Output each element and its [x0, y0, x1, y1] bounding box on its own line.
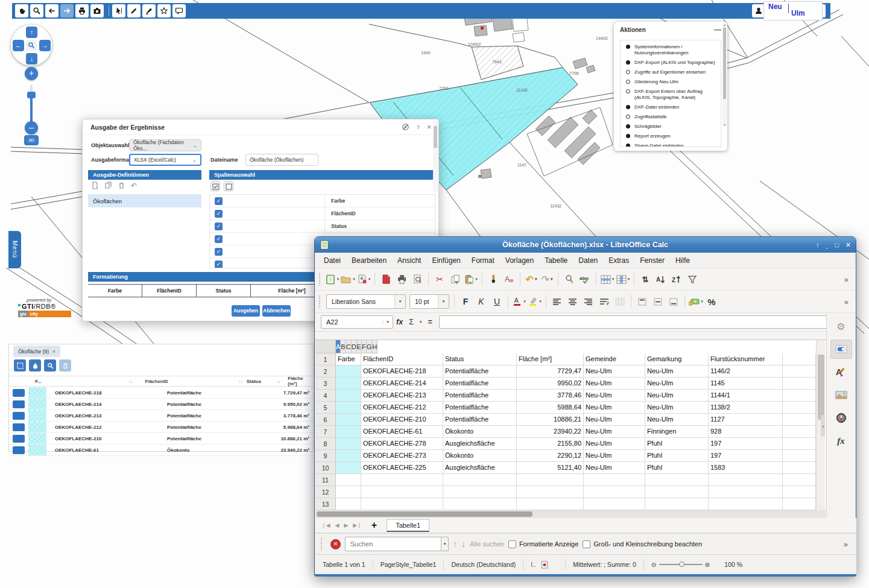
- cell[interactable]: Potentialfläche: [443, 378, 517, 390]
- minimize-button[interactable]: ˍ: [826, 241, 828, 248]
- cell[interactable]: [517, 486, 584, 498]
- close-button[interactable]: ✕: [845, 241, 851, 249]
- zoom-in-button[interactable]: +: [25, 67, 38, 80]
- results-tab[interactable]: Ökofläche (9) ×: [13, 346, 60, 357]
- selection-mode[interactable]: I..: [523, 559, 566, 570]
- cell[interactable]: Pfuhl: [645, 450, 709, 462]
- delete-definition-icon[interactable]: [118, 182, 125, 190]
- cell[interactable]: [783, 438, 816, 450]
- paste-icon[interactable]: ▾: [464, 272, 478, 286]
- cell[interactable]: [336, 365, 361, 378]
- aktionen-item[interactable]: Systeminformationen / Nutzungsvereinbaru…: [621, 42, 721, 58]
- checkbox-checked-icon[interactable]: ✓: [215, 210, 223, 218]
- cell[interactable]: [783, 365, 816, 378]
- cell[interactable]: OEKOFLAECHE-61: [361, 426, 443, 438]
- cell[interactable]: [783, 378, 816, 390]
- ausgabeformat-select[interactable]: XLSX (Excel/Calc) ⌄: [129, 154, 201, 166]
- find-previous-icon[interactable]: ↑: [453, 539, 457, 549]
- find-input[interactable]: [345, 537, 441, 551]
- pan-right-button[interactable]: →: [39, 40, 51, 51]
- row-header[interactable]: 4: [315, 390, 336, 402]
- results-column-header[interactable]: F... ↑↓: [27, 376, 136, 386]
- screenshot-camera-icon[interactable]: [90, 4, 104, 17]
- cell[interactable]: Gemeinde: [584, 353, 645, 365]
- cell[interactable]: [584, 474, 645, 486]
- cell[interactable]: 197: [709, 438, 783, 450]
- menu-item[interactable]: Vorlagen: [500, 253, 539, 268]
- results-row[interactable]: OEKOFLAECHE-214 Potentialfläche 9.950,02…: [9, 399, 313, 410]
- ausgeben-button[interactable]: Ausgeben: [232, 305, 260, 317]
- cell[interactable]: Potentialfläche: [443, 390, 517, 402]
- history-forward-icon[interactable]: [60, 4, 74, 17]
- cell[interactable]: [336, 390, 361, 402]
- row-header[interactable]: 3: [315, 378, 336, 390]
- highlight-style-icon[interactable]: [29, 359, 41, 371]
- cell[interactable]: [709, 486, 783, 498]
- sidebar-functions-icon[interactable]: fx: [830, 431, 852, 450]
- cell[interactable]: OEKOFLAECHE-278: [361, 438, 443, 450]
- aktionen-item[interactable]: DXF-Export Extern über Auftrag (ALKIS, T…: [621, 87, 721, 103]
- cell[interactable]: [517, 498, 584, 510]
- sidebar-properties-icon[interactable]: [830, 340, 852, 359]
- cell[interactable]: OEKOFLAECHE-210: [361, 414, 443, 426]
- dateiname-input[interactable]: Ökofläche (Ökoflächen): [245, 154, 318, 166]
- cell[interactable]: [336, 378, 361, 390]
- align-right-icon[interactable]: [581, 294, 596, 309]
- sidebar-styles-icon[interactable]: A: [830, 362, 852, 382]
- row-header[interactable]: 9: [315, 450, 336, 462]
- language[interactable]: Deutsch (Deutschland): [444, 559, 523, 570]
- spelling-icon[interactable]: abc: [578, 272, 592, 286]
- results-column-header[interactable]: ↑↓: [9, 376, 27, 386]
- menu-item[interactable]: Datei: [318, 253, 346, 268]
- comment-bubble-icon[interactable]: [172, 4, 186, 17]
- last-sheet-icon[interactable]: ▶❘: [353, 522, 361, 528]
- cell[interactable]: [443, 498, 517, 510]
- add-sheet-icon[interactable]: +: [371, 520, 377, 531]
- menu-item[interactable]: Daten: [573, 253, 603, 268]
- font-color-button[interactable]: A▾: [512, 294, 526, 309]
- insert-column-icon[interactable]: ▾: [616, 272, 630, 286]
- row-header[interactable]: 10: [315, 462, 336, 474]
- maximize-button[interactable]: □: [835, 241, 839, 248]
- cell[interactable]: [783, 450, 816, 462]
- cell[interactable]: [783, 498, 816, 510]
- cell[interactable]: OEKOFLAECHE-225: [361, 462, 443, 474]
- menu-item[interactable]: Tabelle: [539, 253, 573, 268]
- cell[interactable]: 5121,40: [517, 462, 584, 474]
- info-button[interactable]: [13, 446, 25, 454]
- cell[interactable]: 1138/2: [709, 402, 783, 414]
- cell[interactable]: OEKOFLAECHE-212: [361, 402, 443, 414]
- cell[interactable]: Neu-Ulm: [584, 414, 645, 426]
- deselect-all-columns-icon[interactable]: [224, 182, 233, 191]
- first-sheet-icon[interactable]: ❘◀: [321, 522, 330, 528]
- row-header[interactable]: 12: [315, 486, 336, 498]
- sum-average[interactable]: Mittelwert: ; Summe: 0: [566, 559, 643, 570]
- cell[interactable]: FlächenID: [361, 353, 443, 365]
- align-bottom-icon[interactable]: [666, 294, 681, 309]
- name-box[interactable]: A22 ▾: [321, 315, 393, 329]
- cell[interactable]: Flurstücksnummer: [709, 353, 783, 365]
- cell[interactable]: [709, 498, 783, 510]
- cell[interactable]: [336, 498, 361, 510]
- menu-item[interactable]: Extras: [603, 253, 634, 268]
- row-header[interactable]: 1: [315, 353, 336, 365]
- draw-pencil-icon[interactable]: [127, 4, 141, 17]
- formatted-display-checkbox[interactable]: Formatierte Anzeige: [508, 540, 578, 548]
- match-case-checkbox[interactable]: Groß- und Kleinschreibung beachten: [583, 540, 702, 548]
- checkbox-checked-icon[interactable]: ✓: [215, 223, 223, 230]
- undo-icon[interactable]: ↶▾: [524, 272, 539, 286]
- aktionen-item[interactable]: Gliederung Neu-Ulm: [621, 77, 721, 87]
- row-header[interactable]: 2: [315, 365, 336, 378]
- select-all-columns-icon[interactable]: [210, 182, 220, 191]
- next-sheet-icon[interactable]: ▶: [344, 522, 348, 528]
- results-row[interactable]: OEKOFLAECHE-210 Potentialfläche 10.886,2…: [9, 433, 313, 444]
- cell[interactable]: Neu-Ulm: [584, 402, 645, 414]
- cell[interactable]: 1127: [709, 414, 783, 426]
- zoom-in-icon[interactable]: ⊕: [705, 561, 710, 568]
- row-header[interactable]: 8: [315, 438, 336, 450]
- bold-button[interactable]: F: [458, 294, 473, 309]
- zoom-to-results-icon[interactable]: [44, 359, 56, 371]
- horizontal-scrollbar[interactable]: [315, 510, 826, 518]
- sort-ascending-icon[interactable]: A: [654, 272, 668, 286]
- cell[interactable]: [783, 462, 816, 474]
